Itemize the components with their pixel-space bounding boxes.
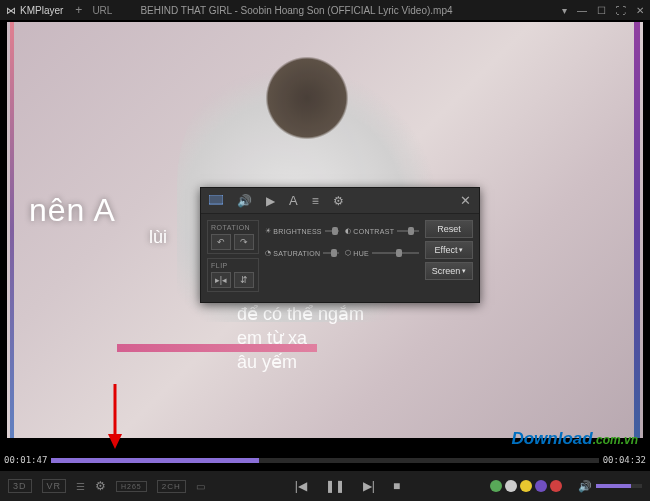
- panel-close-button[interactable]: ✕: [460, 193, 471, 208]
- app-logo: ⋈ KMPlayer: [6, 5, 63, 16]
- brightness-slider[interactable]: [325, 230, 339, 232]
- chevron-down-icon: ▾: [459, 246, 463, 254]
- titlebar: ⋈ KMPlayer + URL BEHIND THAT GIRL - Soob…: [0, 0, 650, 20]
- rotation-label: ROTATION: [211, 224, 255, 231]
- color-dots: [490, 480, 562, 492]
- brightness-icon: ☀: [265, 227, 271, 235]
- maximize-button[interactable]: ☐: [597, 5, 606, 16]
- flip-horizontal-button[interactable]: ▸|◂: [211, 272, 231, 288]
- window-title: BEHIND THAT GIRL - Soobin Hoang Son (OFF…: [140, 5, 562, 16]
- settings-gear-icon[interactable]: ⚙: [95, 479, 106, 493]
- video-viewport[interactable]: nên A lùi để có thể ngắm em từ xa âu yếm…: [7, 22, 643, 438]
- saturation-icon: ◔: [265, 249, 271, 257]
- audio-channel-badge[interactable]: 2CH: [157, 480, 186, 493]
- seek-fill: [51, 458, 259, 463]
- preset-dot-yellow[interactable]: [520, 480, 532, 492]
- preset-dot-purple[interactable]: [535, 480, 547, 492]
- preset-dot-red[interactable]: [550, 480, 562, 492]
- panel-tabs: 🔊 ▶ A ≡ ⚙ ✕: [201, 188, 479, 214]
- dropdown-icon[interactable]: ▾: [562, 5, 567, 16]
- tab-play-icon[interactable]: ▶: [266, 194, 275, 208]
- svg-rect-1: [210, 196, 222, 203]
- extra-icon[interactable]: ▭: [196, 481, 205, 492]
- playlist-icon[interactable]: ☰: [76, 481, 85, 492]
- saturation-label: ◔SATURATION: [265, 249, 320, 257]
- pause-button[interactable]: ❚❚: [325, 479, 345, 493]
- watermark: Download.com.vn: [511, 429, 638, 449]
- flip-vertical-button[interactable]: ⇵: [234, 272, 254, 288]
- seek-bar[interactable]: [51, 458, 598, 463]
- rotate-cw-button[interactable]: ↷: [234, 234, 254, 250]
- preset-dot-green[interactable]: [490, 480, 502, 492]
- flip-group: FLIP ▸|◂ ⇵: [207, 258, 259, 292]
- contrast-icon: ◐: [345, 227, 351, 235]
- screen-button[interactable]: Screen▾: [425, 262, 473, 280]
- effect-button[interactable]: Effect▾: [425, 241, 473, 259]
- saturation-slider[interactable]: [323, 252, 339, 254]
- prev-button[interactable]: |◀: [295, 479, 307, 493]
- logo-icon: ⋈: [6, 5, 16, 16]
- rotate-ccw-button[interactable]: ↶: [211, 234, 231, 250]
- tab-audio-icon[interactable]: 🔊: [237, 194, 252, 208]
- volume-icon[interactable]: 🔊: [578, 480, 592, 493]
- lyric-line: âu yếm: [237, 350, 364, 374]
- total-time: 00:04:32: [603, 455, 646, 465]
- contrast-label: ◐CONTRAST: [345, 227, 394, 235]
- chevron-down-icon: ▾: [462, 267, 466, 275]
- tab-display-icon[interactable]: [209, 194, 223, 208]
- hue-slider[interactable]: [372, 252, 419, 254]
- minimize-button[interactable]: —: [577, 5, 587, 16]
- tab-subtitle-icon[interactable]: A: [289, 193, 298, 208]
- tab-playlist-icon[interactable]: ≡: [312, 194, 319, 208]
- lyric-overlay-left: nên A lùi: [29, 192, 167, 248]
- preset-dot-white[interactable]: [505, 480, 517, 492]
- tab-settings-icon[interactable]: ⚙: [333, 194, 344, 208]
- volume-slider[interactable]: [596, 484, 642, 488]
- h265-badge[interactable]: H265: [116, 481, 147, 492]
- current-time: 00:01:47: [4, 455, 47, 465]
- add-button[interactable]: +: [75, 3, 82, 17]
- lyric-overlay-center: để có thể ngắm em từ xa âu yếm: [237, 302, 364, 374]
- rotation-group: ROTATION ↶ ↷: [207, 220, 259, 254]
- stop-button[interactable]: ■: [393, 479, 400, 493]
- vr-badge[interactable]: VR: [42, 479, 67, 493]
- app-name: KMPlayer: [20, 5, 63, 16]
- fullscreen-button[interactable]: ⛶: [616, 5, 626, 16]
- hue-label: ⬡HUE: [345, 249, 369, 257]
- video-settings-panel: 🔊 ▶ A ≡ ⚙ ✕ ROTATION ↶ ↷ FLIP ▸|◂: [200, 187, 480, 303]
- brightness-label: ☀BRIGHTNESS: [265, 227, 322, 235]
- flip-label: FLIP: [211, 262, 255, 269]
- 3d-badge[interactable]: 3D: [8, 479, 32, 493]
- bottom-toolbar: 3D VR ☰ ⚙ H265 2CH ▭ |◀ ❚❚ ▶| ■ 🔊: [0, 471, 650, 501]
- lyric-line: lùi: [149, 227, 167, 248]
- hue-icon: ⬡: [345, 249, 351, 257]
- lyric-line: để có thể ngắm: [237, 302, 364, 326]
- url-button[interactable]: URL: [92, 5, 112, 16]
- progress-row: 00:01:47 00:04:32: [0, 451, 650, 469]
- reset-button[interactable]: Reset: [425, 220, 473, 238]
- next-button[interactable]: ▶|: [363, 479, 375, 493]
- close-button[interactable]: ✕: [636, 5, 644, 16]
- contrast-slider[interactable]: [397, 230, 419, 232]
- lyric-line: nên A: [29, 192, 167, 229]
- lyric-line: em từ xa: [237, 326, 364, 350]
